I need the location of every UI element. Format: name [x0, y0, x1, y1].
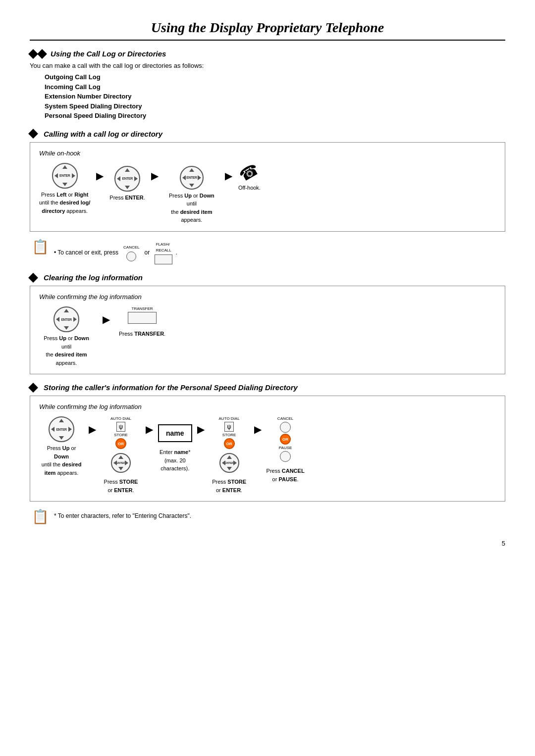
nav-arrows-2	[115, 167, 139, 191]
arrow-left-s4-4	[222, 460, 225, 465]
arrow-right-s3	[73, 317, 77, 322]
s4-step5-label: Press CANCELor PAUSE.	[267, 467, 305, 483]
store-label: STORE	[114, 433, 127, 437]
arrow-up-s4	[59, 419, 64, 422]
or-label-s4: OR	[280, 434, 291, 445]
arrow-right-s4	[68, 427, 72, 432]
note-text-s4: * To enter characters, refer to "Enterin…	[54, 508, 191, 521]
diagram-box-s3: While confirming the log information ENT…	[30, 286, 505, 374]
step-row-s3: ENTER Press Up or Down untilthe desired …	[39, 306, 496, 367]
arrow-left	[54, 173, 58, 178]
step1-label: Press Left or Rightuntil the desired log…	[39, 191, 90, 215]
step2-label: Press ENTER.	[109, 194, 145, 202]
page-title: Using the Display Proprietary Telephone	[30, 20, 505, 41]
step-row-s2: ENTER Press Left or Rightuntil the desir…	[39, 163, 496, 224]
s4-step4-label: Press STOREor ENTER.	[212, 478, 246, 494]
diamond-icon-s4	[28, 383, 38, 393]
autodial-icon-2: ψ	[224, 422, 234, 432]
list-item-2: Incoming Call Log	[45, 82, 505, 92]
section-calling-with-log: Calling with a call log or directory Whi…	[30, 130, 505, 265]
nav-arrows-s4	[50, 417, 73, 441]
cancel-label-top: CANCEL	[123, 245, 139, 251]
step-row-s4: ENTER Press Up or Downuntil the desiredi…	[39, 416, 496, 494]
intro-text: You can make a call with the call log or…	[30, 62, 505, 69]
section1-heading: Using the Call Log or Directories	[30, 50, 505, 58]
autodial-label: AUTO DIAL	[110, 416, 131, 421]
s3-step1-item: ENTER Press Up or Down untilthe desired …	[39, 306, 94, 367]
arrow-down-s3	[64, 326, 69, 330]
s4-step5-item: CANCEL OR PAUSE Press CANCELor PAUSE.	[267, 416, 305, 483]
handset-icon: ☎	[236, 159, 263, 185]
arrow-right-3	[198, 175, 201, 180]
s4-step2-label: Press STOREor ENTER.	[104, 478, 138, 494]
s4-step4-item: AUTO DIAL ψ STORE OR ENTER	[210, 416, 249, 494]
s4-name-label: Enter name*(max. 20characters).	[160, 448, 190, 473]
autodial-icon: ψ	[116, 422, 126, 432]
store-label-2: STORE	[222, 433, 236, 437]
arrow-left-3	[182, 175, 186, 180]
arrow-up	[62, 165, 67, 169]
arrow-up-s4-2	[118, 455, 123, 459]
arrow-left-2	[117, 176, 120, 181]
diagram-box-s2: While on-hook ENTER Press Left or Rightu…	[30, 142, 505, 232]
arrow-right-s4-4	[233, 460, 237, 465]
arrow-left-s4-2	[113, 460, 117, 465]
s4-step1-item: ENTER Press Up or Downuntil the desiredi…	[39, 416, 84, 477]
section-clearing-log: Clearing the log information While confi…	[30, 273, 505, 374]
flash-label-top: FLASH/RECALL	[156, 242, 171, 254]
section4-heading: Storing the caller's information for the…	[30, 383, 505, 392]
step4-item: ☎ Off-hook.	[238, 163, 261, 192]
section2-heading: Calling with a call log or directory	[30, 130, 505, 138]
diamond-icon-s2	[28, 129, 38, 139]
diamond-icon-s3	[28, 273, 38, 283]
flash-rect	[155, 254, 172, 264]
transfer-label-top: TRANSFER	[132, 306, 153, 311]
list-item-3: Extension Number Directory	[45, 92, 505, 101]
nav-arrows-s4-2	[112, 454, 130, 472]
step3-label: Press Up or Down untilthe desired item a…	[164, 192, 219, 224]
note-row-s2: 📋 • To cancel or exit, press CANCEL or F…	[30, 239, 505, 265]
autodial-label-2: AUTO DIAL	[219, 416, 240, 421]
s4-name-item: name Enter name*(max. 20characters).	[158, 416, 192, 473]
transfer-rect	[128, 312, 157, 324]
step2-item: ENTER Press ENTER.	[109, 166, 145, 202]
arrow-s3: ▶	[103, 306, 110, 325]
note-row-s4: 📋 * To enter characters, refer to "Enter…	[30, 508, 505, 525]
arrow-down-3	[189, 184, 194, 187]
step3-item: ENTER Press Up or Down untilthe desired …	[164, 166, 219, 224]
pause-circle-s4	[280, 451, 291, 462]
arrow-s4-4: ▶	[254, 416, 262, 435]
arrow-right	[72, 173, 75, 178]
nav-btn-s2-step3: ENTER	[180, 166, 204, 190]
s3-step2-item: TRANSFER Press TRANSFER.	[119, 306, 165, 338]
while-label-s4: While confirming the log information	[39, 403, 496, 410]
arrow-up-s4-4	[227, 455, 232, 459]
directory-list: Outgoing Call Log Incoming Call Log Exte…	[45, 72, 505, 121]
or-store-circle: OR	[115, 438, 126, 449]
cancel-label-s4: CANCEL	[277, 416, 293, 421]
cancel-circle-s4	[280, 422, 291, 433]
while-label-s2: While on-hook	[39, 150, 496, 157]
section-call-log-directories: Using the Call Log or Directories You ca…	[30, 50, 505, 121]
list-item-5: Personal Speed Dialing Directory	[45, 111, 505, 121]
list-item-4: System Speed Dialing Directory	[45, 101, 505, 111]
s3-step1-label: Press Up or Down untilthe desired item a…	[39, 334, 94, 367]
arrow-2: ▶	[151, 163, 159, 182]
note-text-s2: • To cancel or exit, press CANCEL or FLA…	[54, 239, 177, 265]
s3-step2-label: Press TRANSFER.	[119, 330, 165, 338]
step4-label: Off-hook.	[238, 184, 261, 192]
while-label-s3: While confirming the log information	[39, 293, 496, 301]
arrow-down-s4-4	[227, 467, 232, 470]
list-item-1: Outgoing Call Log	[45, 72, 505, 82]
arrow-down-s4-2	[118, 467, 123, 470]
double-diamond-icon	[30, 50, 46, 57]
step1-item: ENTER Press Left or Rightuntil the desir…	[39, 163, 90, 215]
arrow-s4-1: ▶	[89, 416, 96, 435]
section3-heading: Clearing the log information	[30, 273, 505, 282]
arrow-up-s3	[64, 309, 69, 312]
note-icon-s4: 📋	[32, 508, 49, 525]
pause-label-s4: PAUSE	[279, 446, 292, 450]
arrow-1: ▶	[96, 163, 104, 182]
section-storing-info: Storing the caller's information for the…	[30, 383, 505, 525]
arrow-s4-2: ▶	[146, 416, 153, 435]
